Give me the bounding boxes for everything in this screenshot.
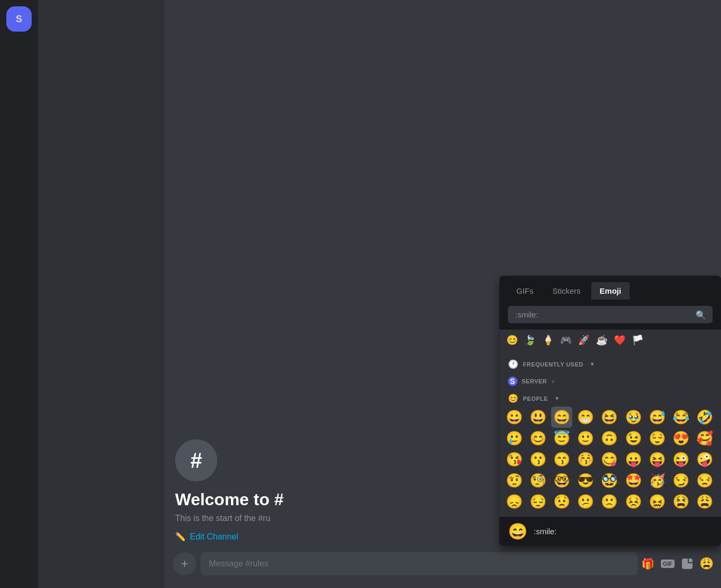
category-nav-symbols[interactable]: ❤️ <box>611 332 628 349</box>
emoji-grid-row-0: 😀 😃 😄 😁 😆 🥹 😅 😂 🤣 <box>499 407 721 428</box>
emoji-category-nav: 😊 🍃 🍦 🎮 🚀 ☕ ❤️ 🏳️ <box>499 330 721 351</box>
category-nav-objects[interactable]: ☕ <box>593 332 610 349</box>
category-nav-travel[interactable]: 🚀 <box>575 332 592 349</box>
emoji-cell[interactable]: 🤪 <box>694 449 715 470</box>
emoji-cell[interactable]: 🥲 <box>504 428 525 449</box>
emoji-cell[interactable]: 😂 <box>670 407 691 428</box>
main-content: # Welcome to # This is the start of the … <box>165 0 721 588</box>
message-input[interactable] <box>209 559 629 568</box>
emoji-cell[interactable]: 😔 <box>527 491 549 512</box>
emoji-cell[interactable]: 😛 <box>623 449 644 470</box>
emoji-cell[interactable]: 😀 <box>504 407 525 428</box>
channel-sidebar <box>38 0 165 588</box>
emoji-cell[interactable]: 🙂 <box>575 428 596 449</box>
emoji-cell[interactable]: 😍 <box>670 428 691 449</box>
emoji-cell[interactable]: 😟 <box>551 491 572 512</box>
category-nav-food[interactable]: 🍦 <box>540 332 556 349</box>
arrow-server: › <box>552 379 554 384</box>
section-header-frequently-used: 🕐 FREQUENTLY USED ▼ <box>499 355 721 372</box>
section-icon-people: 😊 <box>508 393 519 403</box>
emoji-cell[interactable]: 😫 <box>670 491 691 512</box>
emoji-cell[interactable]: 😋 <box>599 449 620 470</box>
emoji-cell[interactable]: 🙃 <box>599 428 620 449</box>
emoji-cell[interactable]: 😖 <box>647 491 668 512</box>
section-header-people: 😊 PEOPLE ▼ <box>499 389 721 407</box>
pencil-icon: ✏️ <box>175 532 186 542</box>
emoji-search-input[interactable] <box>508 306 713 323</box>
emoji-cell[interactable]: 🥰 <box>694 428 715 449</box>
emoji-cell[interactable]: 🥸 <box>599 470 620 491</box>
emoji-grid-row-2: 😘 😗 😙 😚 😋 😛 😝 😜 🤪 <box>499 449 721 470</box>
category-nav-activities[interactable]: 🎮 <box>557 332 574 349</box>
emoji-cell[interactable]: 😜 <box>670 449 691 470</box>
emoji-cell[interactable]: 😣 <box>623 491 644 512</box>
emoji-cell[interactable]: 😅 <box>647 407 668 428</box>
emoji-grid-row-3: 🤨 🧐 🤓 😎 🥸 🤩 🥳 😏 😒 <box>499 470 721 491</box>
svg-rect-0 <box>682 558 693 569</box>
emoji-cell-selected[interactable]: 😄 <box>551 407 572 428</box>
emoji-picker-tabs: GIFs Stickers Emoji <box>499 276 721 300</box>
server-list: S <box>0 0 38 588</box>
emoji-cell[interactable]: 🥳 <box>647 470 668 491</box>
message-input-wrapper <box>200 552 638 575</box>
emoji-cell[interactable]: 😎 <box>575 470 596 491</box>
add-attachment-button[interactable]: + <box>173 552 196 575</box>
app-layout: S # Welcome to # This is the start of th… <box>0 0 721 588</box>
message-input-area: + 🎁 GIF 😩 <box>165 552 721 588</box>
emoji-cell[interactable]: 🤣 <box>694 407 715 428</box>
emoji-cell[interactable]: 😉 <box>623 428 644 449</box>
emoji-preview-bar: 😄 :smile: <box>499 516 721 546</box>
emoji-cell[interactable]: 😞 <box>504 491 525 512</box>
emoji-cell[interactable]: 😘 <box>504 449 525 470</box>
tab-emoji[interactable]: Emoji <box>591 282 630 300</box>
emoji-cell[interactable]: 😇 <box>551 428 572 449</box>
message-toolbar: 🎁 GIF 😩 <box>642 557 713 570</box>
emoji-cell[interactable]: 😙 <box>551 449 572 470</box>
section-icon-server: S <box>508 377 517 386</box>
emoji-cell[interactable]: 😝 <box>647 449 668 470</box>
emoji-grid-row-1: 🥲 😊 😇 🙂 🙃 😉 😌 😍 🥰 <box>499 428 721 449</box>
emoji-cell[interactable]: 🙁 <box>599 491 620 512</box>
preview-emoji: 😄 <box>508 522 527 541</box>
tab-gifs[interactable]: GIFs <box>508 282 542 300</box>
emoji-cell[interactable]: 🤩 <box>623 470 644 491</box>
gif-button[interactable]: GIF <box>661 560 675 568</box>
emoji-cell[interactable]: 🤓 <box>551 470 572 491</box>
emoji-cell[interactable]: 🥹 <box>623 407 644 428</box>
emoji-search-bar: 🔍 <box>499 300 721 330</box>
section-header-server: S SERVER › <box>499 372 721 389</box>
emoji-search-wrapper: 🔍 <box>508 306 713 323</box>
edit-channel-button[interactable]: ✏️ Edit Channel <box>175 532 238 542</box>
server-icon-s[interactable]: S <box>6 6 32 32</box>
emoji-cell[interactable]: 😩 <box>694 491 715 512</box>
emoji-grid-row-4: 😞 😔 😟 😕 🙁 😣 😖 😫 😩 <box>499 491 721 512</box>
emoji-cell[interactable]: 😌 <box>647 428 668 449</box>
emoji-picker: GIFs Stickers Emoji 🔍 😊 🍃 <box>499 276 721 546</box>
chevron-frequently-used: ▼ <box>590 361 595 367</box>
search-icon: 🔍 <box>696 310 706 320</box>
preview-emoji-name: :smile: <box>534 527 556 536</box>
emoji-cell[interactable]: 😊 <box>527 428 549 449</box>
tab-stickers[interactable]: Stickers <box>544 282 589 300</box>
section-icon-frequently-used: 🕐 <box>508 359 519 369</box>
chevron-people: ▼ <box>554 396 560 401</box>
category-nav-nature[interactable]: 🍃 <box>522 332 539 349</box>
gift-icon[interactable]: 🎁 <box>642 557 655 570</box>
emoji-cell[interactable]: 😆 <box>599 407 620 428</box>
emoji-cell[interactable]: 😁 <box>575 407 596 428</box>
emoji-cell[interactable]: 😏 <box>670 470 691 491</box>
emoji-cell[interactable]: 😚 <box>575 449 596 470</box>
emoji-cell[interactable]: 😕 <box>575 491 596 512</box>
category-nav-people[interactable]: 😊 <box>504 332 521 349</box>
emoji-cell[interactable]: 😗 <box>527 449 549 470</box>
emoji-cell[interactable]: 😒 <box>694 470 715 491</box>
sticker-icon[interactable] <box>681 557 694 570</box>
emoji-cell[interactable]: 🧐 <box>527 470 549 491</box>
emoji-grid-area: 🕐 FREQUENTLY USED ▼ S SERVER › 😊 PEOPLE … <box>499 351 721 516</box>
emoji-picker-button[interactable]: 😩 <box>700 557 713 570</box>
channel-hash-icon: # <box>175 439 217 481</box>
emoji-cell[interactable]: 😃 <box>527 407 549 428</box>
category-nav-flags[interactable]: 🏳️ <box>629 332 646 349</box>
emoji-cell[interactable]: 🤨 <box>504 470 525 491</box>
